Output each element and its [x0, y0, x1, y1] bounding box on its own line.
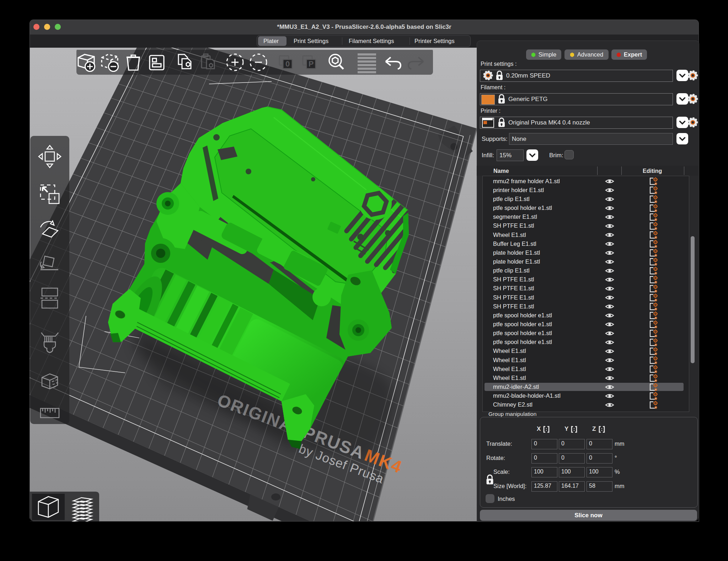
- svg-text:P: P: [309, 59, 314, 68]
- svg-text:0: 0: [285, 59, 290, 68]
